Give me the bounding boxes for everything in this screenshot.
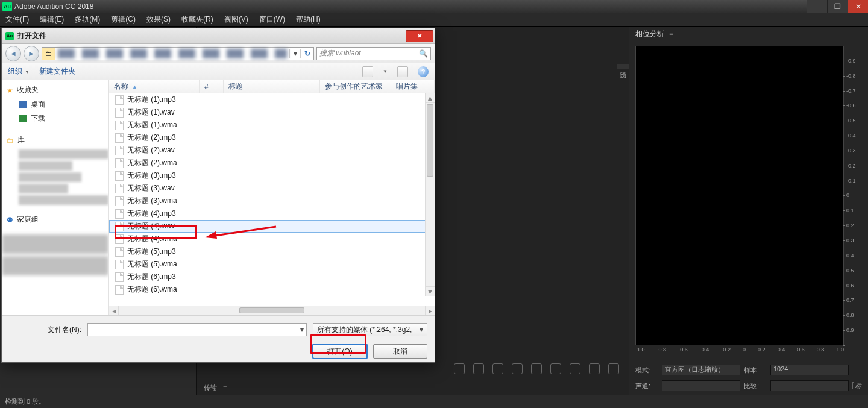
col-name[interactable]: 名称▲ — [109, 80, 200, 93]
file-name: 无标题 (2).wma — [127, 158, 177, 168]
scroll-left-icon[interactable]: ◂ — [109, 306, 119, 315]
file-row[interactable]: 无标题 (5).mp3 — [109, 245, 435, 258]
horizontal-scrollbar[interactable]: ◂ ▸ — [109, 306, 435, 315]
file-row[interactable]: 无标题 (2).mp3 — [109, 131, 435, 144]
mode-select[interactable]: 直方图（日志缩放） — [662, 365, 740, 375]
file-row[interactable]: 无标题 (4).mp3 — [109, 207, 435, 220]
file-row[interactable]: 无标题 (3).wma — [109, 195, 435, 207]
cancel-button[interactable]: 取消 — [373, 344, 427, 359]
nav-desktop[interactable]: 桌面 — [2, 98, 108, 111]
document-icon — [115, 95, 124, 105]
open-file-dialog: Au 打开文件 ✕ ◄ ► 🗀 ▾ ↻ 搜索 wubiaot 🔍 组织▼ 新建文… — [1, 28, 435, 363]
zoom-tool-icon[interactable] — [608, 363, 619, 374]
menu-view[interactable]: 视图(V) — [219, 13, 254, 26]
zoom-tool-icon[interactable] — [473, 363, 484, 374]
status-text: 检测到 0 段。 — [5, 397, 45, 406]
dropdown-icon[interactable]: ▾ — [300, 325, 304, 334]
download-icon — [19, 115, 27, 122]
file-row[interactable]: 无标题 (4).wav — [109, 220, 435, 233]
organize-menu[interactable]: 组织▼ — [8, 66, 30, 77]
open-button[interactable]: 打开(O) — [313, 344, 367, 359]
menu-help[interactable]: 帮助(H) — [291, 13, 326, 26]
minimize-button[interactable]: — — [807, 0, 827, 13]
dialog-app-icon: Au — [5, 32, 14, 40]
zoom-tool-icon[interactable] — [492, 363, 503, 374]
document-icon — [115, 121, 124, 130]
menu-edit[interactable]: 编辑(E) — [34, 13, 69, 26]
file-row[interactable]: 无标题 (5).wma — [109, 258, 435, 271]
nav-homegroup[interactable]: 家庭组 — [17, 215, 39, 225]
mark-checkbox[interactable] — [852, 382, 854, 389]
zoom-tool-icon[interactable] — [550, 363, 561, 374]
maximize-button[interactable]: ❐ — [827, 0, 848, 13]
hamburger-icon[interactable]: ≡ — [223, 384, 227, 391]
file-row[interactable]: 无标题 (3).mp3 — [109, 169, 435, 182]
file-name: 无标题 (4).wma — [127, 234, 177, 244]
file-row[interactable]: 无标题 (3).wav — [109, 182, 435, 195]
file-row[interactable]: 无标题 (6).wma — [109, 283, 435, 296]
document-icon — [115, 158, 124, 168]
search-icon[interactable]: 🔍 — [419, 49, 428, 58]
dialog-footer: 文件名(N): ▾ 所有支持的媒体 (*.264, *.3g2,▾ 打开(O) … — [2, 315, 435, 362]
vertical-scrollbar[interactable]: ▲ ▼ — [425, 93, 435, 296]
file-row[interactable]: 无标题 (4).wma — [109, 233, 435, 245]
compare-select[interactable] — [770, 380, 849, 391]
file-row[interactable]: 无标题 (1).wav — [109, 106, 435, 119]
navigation-pane: ★ 收藏夹 桌面 下载 🗀 库 ⚉ 家庭组 — [2, 80, 109, 315]
nav-forward-button[interactable]: ► — [24, 46, 39, 61]
file-row[interactable]: 无标题 (2).wav — [109, 144, 435, 157]
dropdown-icon[interactable]: ▾ — [420, 325, 423, 334]
menu-favorites[interactable]: 收藏夹(R) — [176, 13, 219, 26]
nav-libraries[interactable]: 库 — [17, 135, 25, 145]
zoom-tool-icon[interactable] — [570, 363, 580, 374]
col-number[interactable]: # — [200, 80, 224, 93]
menu-effects[interactable]: 效果(S) — [141, 13, 176, 26]
channel-select[interactable] — [662, 380, 740, 391]
menu-clip[interactable]: 剪辑(C) — [105, 13, 141, 26]
search-input[interactable]: 搜索 wubiaot 🔍 — [316, 47, 431, 60]
file-name: 无标题 (5).wma — [127, 259, 177, 269]
file-filter-select[interactable]: 所有支持的媒体 (*.264, *.3g2,▾ — [313, 323, 427, 336]
zoom-tool-icon[interactable] — [589, 363, 600, 374]
col-artist[interactable]: 参与创作的艺术家 — [320, 80, 391, 93]
file-row[interactable]: 无标题 (1).mp3 — [109, 93, 435, 106]
nav-downloads[interactable]: 下载 — [2, 111, 108, 125]
scroll-thumb[interactable] — [239, 307, 304, 313]
folder-icon: 🗀 — [42, 48, 55, 60]
file-row[interactable]: 无标题 (2).wma — [109, 157, 435, 169]
menu-file[interactable]: 文件(F) — [0, 13, 34, 26]
view-mode-button[interactable] — [362, 66, 373, 77]
filename-input[interactable]: ▾ — [87, 323, 307, 336]
sample-select[interactable]: 1024 — [770, 365, 849, 375]
help-icon[interactable]: ? — [418, 66, 429, 77]
zoom-tool-icon[interactable] — [454, 363, 465, 374]
zoom-tool-icon[interactable] — [531, 363, 542, 374]
document-icon — [115, 222, 124, 231]
preview-pane-button[interactable] — [397, 66, 408, 77]
zoom-tool-icon[interactable] — [512, 363, 523, 374]
refresh-button[interactable]: ↻ — [300, 49, 313, 58]
menu-window[interactable]: 窗口(W) — [254, 13, 291, 26]
file-row[interactable]: 无标题 (6).mp3 — [109, 271, 435, 283]
document-icon — [115, 272, 124, 282]
mode-label: 模式: — [635, 366, 658, 375]
dialog-close-button[interactable]: ✕ — [406, 30, 433, 42]
presets-tab[interactable]: 预设 — [617, 64, 629, 69]
nav-favorites[interactable]: 收藏夹 — [17, 85, 39, 95]
scroll-up-icon[interactable]: ▲ — [426, 93, 435, 103]
hamburger-icon[interactable]: ≡ — [669, 30, 674, 39]
scroll-right-icon[interactable]: ▸ — [425, 306, 435, 315]
scroll-down-icon[interactable]: ▼ — [426, 286, 435, 296]
desktop-icon — [19, 101, 27, 108]
nav-back-button[interactable]: ◄ — [5, 46, 21, 61]
file-row[interactable]: 无标题 (1).wma — [109, 119, 435, 131]
address-bar[interactable]: 🗀 ▾ ↻ — [42, 47, 314, 60]
col-title[interactable]: 标题 — [224, 80, 320, 93]
address-path — [58, 49, 287, 58]
col-album[interactable]: 唱片集 — [391, 80, 435, 93]
address-dropdown-icon[interactable]: ▾ — [289, 49, 300, 58]
scroll-thumb[interactable] — [427, 104, 433, 177]
new-folder-button[interactable]: 新建文件夹 — [39, 66, 75, 77]
menu-multitrack[interactable]: 多轨(M) — [69, 13, 105, 26]
close-button[interactable]: ✕ — [848, 0, 868, 13]
